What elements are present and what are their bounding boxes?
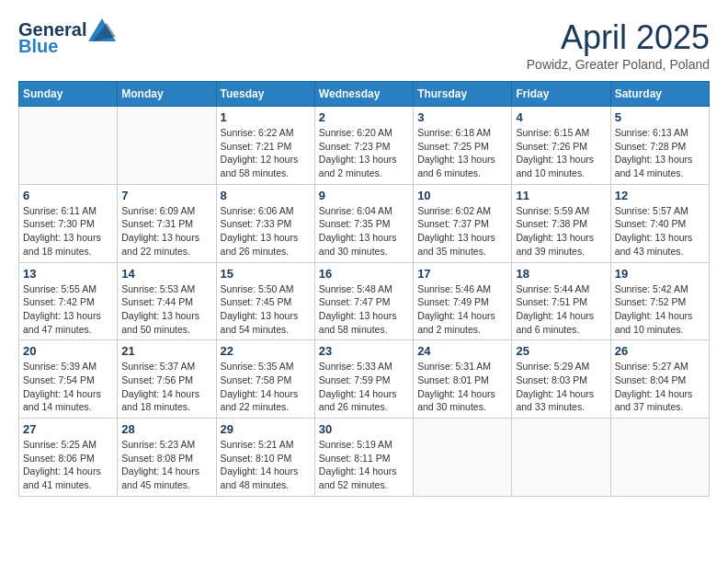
day-info: Sunrise: 5:33 AMSunset: 7:59 PMDaylight:… [319,360,409,414]
calendar-cell [118,107,216,185]
calendar-cell: 30Sunrise: 5:19 AMSunset: 8:11 PMDayligh… [314,419,413,497]
page-header: General Blue April 2025 Powidz, Greater … [18,18,710,72]
calendar-cell [414,419,512,497]
calendar-week-row: 13Sunrise: 5:55 AMSunset: 7:42 PMDayligh… [19,262,710,340]
title-block: April 2025 Powidz, Greater Poland, Polan… [527,18,710,72]
day-info: Sunrise: 5:39 AMSunset: 7:54 PMDaylight:… [23,360,113,414]
day-number: 19 [615,267,705,281]
calendar-cell: 2Sunrise: 6:20 AMSunset: 7:23 PMDaylight… [314,107,413,185]
calendar-cell [19,107,118,185]
calendar-cell: 14Sunrise: 5:53 AMSunset: 7:44 PMDayligh… [118,262,216,340]
calendar-cell: 12Sunrise: 5:57 AMSunset: 7:40 PMDayligh… [610,184,709,262]
day-number: 16 [319,267,409,281]
day-number: 25 [516,344,606,358]
calendar-cell: 1Sunrise: 6:22 AMSunset: 7:21 PMDaylight… [216,107,314,185]
calendar-cell: 4Sunrise: 6:15 AMSunset: 7:26 PMDaylight… [512,107,610,185]
day-number: 2 [319,110,409,124]
calendar-cell: 15Sunrise: 5:50 AMSunset: 7:45 PMDayligh… [216,262,314,340]
calendar-cell: 7Sunrise: 6:09 AMSunset: 7:31 PMDaylight… [118,184,216,262]
day-number: 13 [23,267,113,281]
calendar-cell: 28Sunrise: 5:23 AMSunset: 8:08 PMDayligh… [118,419,216,497]
day-number: 26 [615,344,705,358]
calendar-cell: 10Sunrise: 6:02 AMSunset: 7:37 PMDayligh… [414,184,512,262]
day-info: Sunrise: 6:15 AMSunset: 7:26 PMDaylight:… [516,126,606,180]
month-title: April 2025 [527,18,710,57]
day-info: Sunrise: 5:25 AMSunset: 8:06 PMDaylight:… [23,438,113,492]
day-info: Sunrise: 6:18 AMSunset: 7:25 PMDaylight:… [417,126,507,180]
calendar-cell: 26Sunrise: 5:27 AMSunset: 8:04 PMDayligh… [610,340,709,419]
logo-icon [88,18,116,41]
weekday-header: Friday [512,82,610,107]
calendar-week-row: 1Sunrise: 6:22 AMSunset: 7:21 PMDaylight… [19,107,710,185]
calendar: SundayMondayTuesdayWednesdayThursdayFrid… [18,81,710,497]
day-info: Sunrise: 5:21 AMSunset: 8:10 PMDaylight:… [221,438,311,492]
day-number: 17 [417,267,507,281]
day-number: 12 [615,189,705,202]
weekday-header: Tuesday [216,82,314,107]
day-info: Sunrise: 5:44 AMSunset: 7:51 PMDaylight:… [516,282,606,337]
day-info: Sunrise: 6:20 AMSunset: 7:23 PMDaylight:… [319,126,409,180]
calendar-cell: 19Sunrise: 5:42 AMSunset: 7:52 PMDayligh… [610,262,709,340]
day-info: Sunrise: 6:04 AMSunset: 7:35 PMDaylight:… [319,204,409,259]
day-number: 23 [319,344,409,358]
day-number: 5 [615,110,705,124]
day-info: Sunrise: 5:55 AMSunset: 7:42 PMDaylight:… [23,282,113,337]
calendar-cell: 6Sunrise: 6:11 AMSunset: 7:30 PMDaylight… [19,184,118,262]
day-info: Sunrise: 6:13 AMSunset: 7:28 PMDaylight:… [615,126,705,180]
day-number: 1 [221,110,311,124]
day-info: Sunrise: 5:27 AMSunset: 8:04 PMDaylight:… [615,360,705,414]
day-number: 7 [121,189,211,202]
calendar-cell: 9Sunrise: 6:04 AMSunset: 7:35 PMDaylight… [314,184,413,262]
weekday-header: Monday [118,82,216,107]
calendar-cell: 25Sunrise: 5:29 AMSunset: 8:03 PMDayligh… [512,340,610,419]
day-info: Sunrise: 5:19 AMSunset: 8:11 PMDaylight:… [319,438,409,492]
day-number: 4 [516,110,606,124]
day-info: Sunrise: 6:09 AMSunset: 7:31 PMDaylight:… [121,204,211,259]
day-info: Sunrise: 5:37 AMSunset: 7:56 PMDaylight:… [121,360,211,414]
day-info: Sunrise: 6:02 AMSunset: 7:37 PMDaylight:… [417,204,507,259]
weekday-header-row: SundayMondayTuesdayWednesdayThursdayFrid… [19,82,710,107]
day-number: 11 [516,189,606,202]
day-info: Sunrise: 5:46 AMSunset: 7:49 PMDaylight:… [417,282,507,337]
day-info: Sunrise: 6:06 AMSunset: 7:33 PMDaylight:… [221,204,311,259]
day-number: 9 [319,189,409,202]
calendar-cell: 23Sunrise: 5:33 AMSunset: 7:59 PMDayligh… [314,340,413,419]
calendar-week-row: 20Sunrise: 5:39 AMSunset: 7:54 PMDayligh… [19,340,710,419]
day-info: Sunrise: 5:50 AMSunset: 7:45 PMDaylight:… [221,282,311,337]
day-number: 8 [221,189,311,202]
day-number: 3 [417,110,507,124]
day-info: Sunrise: 5:29 AMSunset: 8:03 PMDaylight:… [516,360,606,414]
weekday-header: Sunday [19,82,118,107]
calendar-cell: 8Sunrise: 6:06 AMSunset: 7:33 PMDaylight… [216,184,314,262]
day-info: Sunrise: 5:42 AMSunset: 7:52 PMDaylight:… [615,282,705,337]
calendar-cell: 20Sunrise: 5:39 AMSunset: 7:54 PMDayligh… [19,340,118,419]
calendar-cell [512,419,610,497]
weekday-header: Thursday [414,82,512,107]
calendar-cell: 3Sunrise: 6:18 AMSunset: 7:25 PMDaylight… [414,107,512,185]
location: Powidz, Greater Poland, Poland [527,57,710,72]
calendar-cell: 27Sunrise: 5:25 AMSunset: 8:06 PMDayligh… [19,419,118,497]
day-number: 6 [23,189,113,202]
day-info: Sunrise: 5:53 AMSunset: 7:44 PMDaylight:… [121,282,211,337]
day-number: 28 [121,422,211,436]
day-number: 29 [221,422,311,436]
calendar-week-row: 6Sunrise: 6:11 AMSunset: 7:30 PMDaylight… [19,184,710,262]
calendar-cell: 5Sunrise: 6:13 AMSunset: 7:28 PMDaylight… [610,107,709,185]
calendar-cell [610,419,709,497]
day-info: Sunrise: 6:22 AMSunset: 7:21 PMDaylight:… [221,126,311,180]
calendar-cell: 13Sunrise: 5:55 AMSunset: 7:42 PMDayligh… [19,262,118,340]
day-info: Sunrise: 6:11 AMSunset: 7:30 PMDaylight:… [23,204,113,259]
calendar-cell: 29Sunrise: 5:21 AMSunset: 8:10 PMDayligh… [216,419,314,497]
day-number: 18 [516,267,606,281]
weekday-header: Wednesday [314,82,413,107]
day-info: Sunrise: 5:31 AMSunset: 8:01 PMDaylight:… [417,360,507,414]
calendar-cell: 21Sunrise: 5:37 AMSunset: 7:56 PMDayligh… [118,340,216,419]
day-number: 20 [23,344,113,358]
day-info: Sunrise: 5:23 AMSunset: 8:08 PMDaylight:… [121,438,211,492]
day-number: 14 [121,267,211,281]
calendar-cell: 22Sunrise: 5:35 AMSunset: 7:58 PMDayligh… [216,340,314,419]
calendar-week-row: 27Sunrise: 5:25 AMSunset: 8:06 PMDayligh… [19,419,710,497]
calendar-cell: 17Sunrise: 5:46 AMSunset: 7:49 PMDayligh… [414,262,512,340]
calendar-cell: 18Sunrise: 5:44 AMSunset: 7:51 PMDayligh… [512,262,610,340]
day-number: 30 [319,422,409,436]
